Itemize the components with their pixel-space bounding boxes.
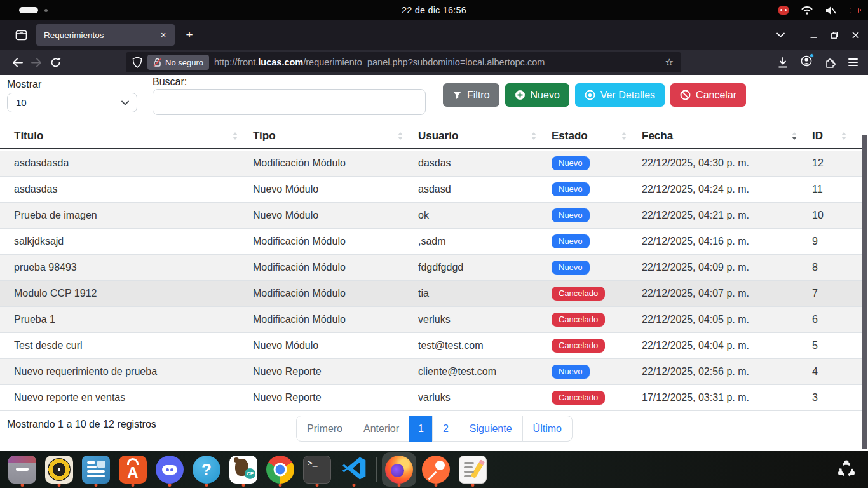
status-badge: Nuevo: [552, 182, 590, 196]
battery-low-icon[interactable]: [850, 8, 859, 13]
running-indicator-dot: [279, 484, 282, 487]
bookmark-star-icon[interactable]: ☆: [664, 57, 675, 68]
dock-item-rhythmbox[interactable]: [42, 452, 76, 487]
cell-usuario: dasdas: [418, 158, 552, 169]
cell-fecha: 22/12/2025, 04:09 p. m.: [642, 262, 812, 273]
rhythmbox-icon: [45, 456, 73, 484]
table-row[interactable]: Test desde curlNuevo Módulotest@test.com…: [0, 333, 862, 359]
filtro-label: Filtro: [467, 90, 490, 101]
status-badge: Cancelado: [552, 313, 605, 327]
cancelar-button[interactable]: Cancelar: [670, 83, 746, 107]
page-length-select[interactable]: 10: [7, 93, 137, 112]
files-icon: [8, 456, 36, 484]
column-header-titulo[interactable]: Título: [14, 130, 253, 142]
volume-muted-icon[interactable]: [825, 6, 837, 15]
page-length-value: 10: [16, 97, 27, 108]
dock-item-chrome[interactable]: [263, 452, 297, 487]
restore-icon[interactable]: [831, 32, 838, 39]
cell-fecha: 22/12/2025, 04:24 p. m.: [642, 184, 812, 195]
page-button-ultimo[interactable]: Último: [522, 416, 573, 442]
window-controls: [810, 32, 859, 39]
account-button[interactable]: [801, 55, 812, 69]
table-row[interactable]: Nuevo requerimiento de pruebaNuevo Repor…: [0, 359, 862, 385]
column-header-tipo[interactable]: Tipo: [253, 130, 418, 142]
status-badge: Cancelado: [552, 287, 605, 301]
column-header-estado[interactable]: Estado: [552, 130, 642, 142]
column-label-id: ID: [812, 130, 823, 142]
dock-item-postman[interactable]: [419, 452, 453, 487]
dock-item-dbeaver[interactable]: CE: [226, 452, 261, 487]
system-clock[interactable]: 22 de dic 16:56: [0, 5, 868, 15]
reload-button[interactable]: [46, 53, 65, 72]
nuevo-button[interactable]: Nuevo: [505, 83, 569, 107]
discord-tray-icon[interactable]: [778, 6, 789, 15]
cell-usuario: test@test.com: [418, 340, 552, 351]
cell-tipo: Nuevo Reporte: [253, 366, 418, 377]
column-header-fecha[interactable]: Fecha: [642, 130, 812, 142]
search-input[interactable]: [153, 89, 426, 115]
page-button-anterior[interactable]: Anterior: [353, 416, 410, 442]
url-prefix: http://front.: [214, 57, 258, 67]
page-scrollbar[interactable]: [862, 135, 867, 449]
page-button-1[interactable]: 1: [409, 416, 433, 442]
tab-close-icon[interactable]: ✕: [157, 29, 170, 41]
running-indicator-dot: [398, 484, 401, 487]
shield-permissions-icon[interactable]: [132, 57, 142, 68]
action-buttons: FiltroNuevoVer DetallesCancelar: [443, 83, 746, 107]
dock-item-files[interactable]: [5, 452, 39, 487]
column-label-tipo: Tipo: [253, 130, 276, 142]
menu-icon[interactable]: [848, 57, 858, 67]
ubuntu-show-apps-button[interactable]: [832, 456, 860, 484]
close-window-icon[interactable]: [852, 32, 859, 39]
dock-item-vscode[interactable]: [337, 452, 371, 487]
security-chip[interactable]: No seguro: [147, 55, 209, 70]
dock-item-ubuntu-software[interactable]: A: [116, 452, 150, 487]
toolbar-right-icons: [778, 55, 868, 69]
dock-item-libreoffice-writer[interactable]: [79, 452, 113, 487]
table-row[interactable]: salkjdksajdModificación Módulo,sadmNuevo…: [0, 229, 862, 255]
table-row[interactable]: Nuevo reporte en ventasNuevo Reportevarl…: [0, 385, 862, 411]
cell-titulo: Nuevo reporte en ventas: [14, 392, 253, 403]
table-row[interactable]: prueba 98493Modificación Módulofdgdfgdgd…: [0, 255, 862, 281]
table-row[interactable]: Prueba de imagenNuevo MódulookNuevo22/12…: [0, 203, 862, 229]
browser-tab-bar: Requerimientos ✕ +: [0, 20, 868, 50]
table-row[interactable]: asdasdasdaModificación MódulodasdasNuevo…: [0, 151, 862, 177]
column-label-usuario: Usuario: [418, 130, 458, 142]
cell-tipo: Modificación Módulo: [253, 314, 418, 325]
dock-item-text-editor[interactable]: [456, 452, 490, 487]
new-tab-button[interactable]: +: [180, 25, 199, 44]
tab-list-chevron-icon[interactable]: [776, 32, 785, 37]
url-bar[interactable]: No seguro http://front.lucas.com/requeri…: [126, 52, 681, 72]
dock-separator: [376, 457, 377, 482]
page-button-primero[interactable]: Primero: [296, 416, 353, 442]
column-header-id[interactable]: ID: [812, 130, 862, 142]
table-row[interactable]: Prueba 1Modificación MóduloverluksCancel…: [0, 307, 862, 333]
minimize-icon[interactable]: [810, 32, 817, 39]
page-button-siguiente[interactable]: Siguiente: [459, 416, 523, 442]
page-button-2[interactable]: 2: [432, 416, 459, 442]
browser-tab[interactable]: Requerimientos ✕: [36, 24, 175, 46]
vscode-icon: [340, 454, 368, 485]
table-row[interactable]: Modulo CCP 1912Modificación MódulotiaCan…: [0, 281, 862, 307]
cell-estado: Nuevo: [552, 156, 642, 170]
security-label: No seguro: [165, 58, 203, 67]
dock-item-discord[interactable]: [153, 452, 187, 487]
ubuntu-logo-icon: [836, 459, 857, 480]
table-row[interactable]: asdasdasNuevo MóduloasdasdNuevo22/12/202…: [0, 177, 862, 203]
cell-estado: Nuevo: [552, 182, 642, 196]
dock-item-firefox[interactable]: [382, 452, 416, 487]
firefox-view-button[interactable]: [11, 25, 31, 44]
forward-button[interactable]: [27, 53, 46, 72]
back-button[interactable]: [8, 53, 27, 72]
wifi-icon[interactable]: [801, 6, 813, 15]
ver-detalles-button[interactable]: Ver Detalles: [575, 83, 665, 107]
dock-item-help[interactable]: ?: [189, 452, 224, 487]
column-header-usuario[interactable]: Usuario: [418, 130, 552, 142]
cell-tipo: Modificación Módulo: [253, 262, 418, 273]
dock-item-terminal[interactable]: >_: [300, 452, 334, 487]
filtro-button[interactable]: Filtro: [443, 83, 499, 107]
downloads-icon[interactable]: [778, 57, 788, 68]
cell-tipo: Nuevo Módulo: [253, 184, 418, 195]
firefox-icon: [385, 456, 413, 484]
extensions-icon[interactable]: [825, 57, 836, 68]
